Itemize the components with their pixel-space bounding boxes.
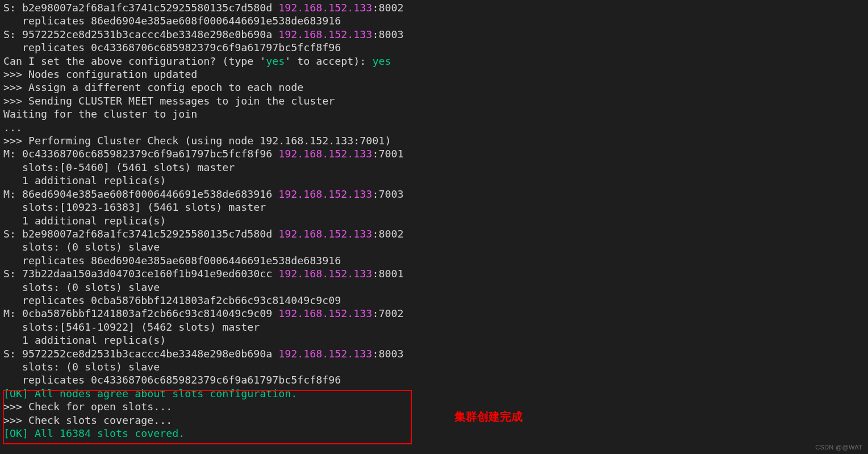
annotation-label: 集群创建完成 bbox=[454, 409, 523, 424]
terminal-line: M: 86ed6904e385ae608f0006446691e538de683… bbox=[3, 188, 403, 200]
terminal-segment: M: 86ed6904e385ae608f0006446691e538de683… bbox=[3, 188, 278, 200]
terminal-line: S: 9572252ce8d2531b3caccc4be3348e298e0b6… bbox=[3, 28, 403, 40]
terminal-line: S: b2e98007a2f68a1fc3741c52925580135c7d5… bbox=[3, 2, 403, 14]
terminal-line: S: 9572252ce8d2531b3caccc4be3348e298e0b6… bbox=[3, 348, 403, 360]
terminal-line: >>> Nodes configuration updated bbox=[3, 68, 197, 80]
terminal-line: [OK] All 16384 slots covered. bbox=[3, 427, 185, 439]
terminal-segment: :8002 bbox=[372, 228, 403, 240]
terminal-line: replicates 0cba5876bbf1241803af2cb66c93c… bbox=[3, 294, 341, 306]
terminal-line: >>> Check for open slots... bbox=[3, 401, 172, 413]
terminal-segment: :7003 bbox=[372, 188, 403, 200]
terminal-segment: ... bbox=[3, 122, 22, 134]
terminal-line: slots: (0 slots) slave bbox=[3, 281, 160, 293]
terminal-segment: S: 9572252ce8d2531b3caccc4be3348e298e0b6… bbox=[3, 28, 278, 40]
terminal-line: Can I set the above configuration? (type… bbox=[3, 55, 391, 67]
terminal-line: S: 73b22daa150a3d04703ce160f1b941e9ed603… bbox=[3, 268, 403, 280]
terminal-segment: slots:[10923-16383] (5461 slots) master bbox=[3, 201, 266, 213]
terminal-segment: [OK] All nodes agree about slots configu… bbox=[3, 388, 297, 399]
terminal-line: 1 additional replica(s) bbox=[3, 215, 166, 227]
terminal-line: S: b2e98007a2f68a1fc3741c52925580135c7d5… bbox=[3, 228, 403, 240]
terminal-line: >>> Check slots coverage... bbox=[3, 414, 172, 426]
terminal-segment: >>> Check slots coverage... bbox=[3, 414, 172, 426]
terminal-segment: 192.168.152.133 bbox=[278, 148, 372, 160]
terminal-segment: :8003 bbox=[372, 28, 403, 40]
terminal-line: 1 additional replica(s) bbox=[3, 174, 166, 186]
terminal-segment: replicates 86ed6904e385ae608f0006446691e… bbox=[3, 15, 341, 27]
terminal-segment: 192.168.152.133 bbox=[278, 307, 372, 319]
terminal-segment: slots:[0-5460] (5461 slots) master bbox=[3, 161, 235, 173]
terminal-segment: >>> Performing Cluster Check (using node… bbox=[3, 135, 391, 147]
terminal-line: slots:[5461-10922] (5462 slots) master bbox=[3, 321, 260, 333]
terminal-line: slots: (0 slots) slave bbox=[3, 361, 160, 373]
terminal-segment: 1 additional replica(s) bbox=[3, 215, 166, 227]
terminal-segment: slots: (0 slots) slave bbox=[3, 241, 160, 253]
terminal-line: replicates 86ed6904e385ae608f0006446691e… bbox=[3, 15, 341, 27]
watermark-text: CSDN @@WAT bbox=[815, 444, 862, 451]
terminal-line: 1 additional replica(s) bbox=[3, 334, 166, 346]
terminal-segment: :7001 bbox=[372, 148, 403, 160]
terminal-line: [OK] All nodes agree about slots configu… bbox=[3, 388, 297, 399]
terminal-segment: >>> Check for open slots... bbox=[3, 401, 172, 413]
terminal-line: M: 0cba5876bbf1241803af2cb66c93c814049c9… bbox=[3, 307, 403, 319]
terminal-line: replicates 86ed6904e385ae608f0006446691e… bbox=[3, 255, 341, 266]
terminal-line: slots: (0 slots) slave bbox=[3, 241, 160, 253]
terminal-segment: 192.168.152.133 bbox=[278, 188, 372, 200]
terminal-segment: replicates 0cba5876bbf1241803af2cb66c93c… bbox=[3, 294, 341, 306]
terminal-segment: 192.168.152.133 bbox=[278, 268, 372, 280]
terminal-line: >>> Assign a different config epoch to e… bbox=[3, 81, 303, 93]
terminal-segment: >>> Sending CLUSTER MEET messages to joi… bbox=[3, 95, 335, 107]
terminal-segment: replicates 0c43368706c685982379c6f9a6179… bbox=[3, 374, 341, 386]
terminal-segment: 192.168.152.133 bbox=[278, 28, 372, 40]
terminal-segment: M: 0c43368706c685982379c6f9a61797bc5fcf8… bbox=[3, 148, 278, 160]
terminal-segment: replicates 86ed6904e385ae608f0006446691e… bbox=[3, 255, 341, 266]
terminal-line: replicates 0c43368706c685982379c6f9a6179… bbox=[3, 374, 341, 386]
terminal-segment: slots: (0 slots) slave bbox=[3, 361, 160, 373]
terminal-segment: S: 9572252ce8d2531b3caccc4be3348e298e0b6… bbox=[3, 348, 278, 360]
terminal-segment: 1 additional replica(s) bbox=[3, 174, 166, 186]
terminal-line: slots:[10923-16383] (5461 slots) master bbox=[3, 201, 266, 213]
terminal-segment: S: b2e98007a2f68a1fc3741c52925580135c7d5… bbox=[3, 2, 278, 14]
terminal-segment: S: b2e98007a2f68a1fc3741c52925580135c7d5… bbox=[3, 228, 278, 240]
terminal-segment: M: 0cba5876bbf1241803af2cb66c93c814049c9… bbox=[3, 307, 278, 319]
terminal-output: S: b2e98007a2f68a1fc3741c52925580135c7d5… bbox=[0, 0, 868, 440]
terminal-segment: [OK] All 16384 slots covered. bbox=[3, 427, 185, 439]
terminal-segment: slots:[5461-10922] (5462 slots) master bbox=[3, 321, 260, 333]
terminal-segment: replicates 0c43368706c685982379c6f9a6179… bbox=[3, 41, 341, 53]
terminal-segment: slots: (0 slots) slave bbox=[3, 281, 160, 293]
terminal-line: ... bbox=[3, 122, 22, 134]
terminal-segment: Waiting for the cluster to join bbox=[3, 108, 197, 120]
terminal-segment: 1 additional replica(s) bbox=[3, 334, 166, 346]
terminal-line: >>> Performing Cluster Check (using node… bbox=[3, 135, 391, 147]
terminal-segment: yes bbox=[372, 55, 391, 67]
terminal-segment: :8002 bbox=[372, 2, 403, 14]
terminal-segment: >>> Nodes configuration updated bbox=[3, 68, 197, 80]
terminal-segment: 192.168.152.133 bbox=[278, 348, 372, 360]
terminal-line: replicates 0c43368706c685982379c6f9a6179… bbox=[3, 41, 341, 53]
terminal-line: Waiting for the cluster to join bbox=[3, 108, 197, 120]
terminal-line: >>> Sending CLUSTER MEET messages to joi… bbox=[3, 95, 335, 107]
terminal-segment: >>> Assign a different config epoch to e… bbox=[3, 81, 303, 93]
terminal-line: slots:[0-5460] (5461 slots) master bbox=[3, 161, 235, 173]
terminal-segment: 192.168.152.133 bbox=[278, 228, 372, 240]
terminal-segment: S: 73b22daa150a3d04703ce160f1b941e9ed603… bbox=[3, 268, 278, 280]
terminal-segment: yes bbox=[266, 55, 285, 67]
terminal-segment: ' to accept): bbox=[285, 55, 372, 67]
terminal-line: M: 0c43368706c685982379c6f9a61797bc5fcf8… bbox=[3, 148, 403, 160]
terminal-segment: :8003 bbox=[372, 348, 403, 360]
terminal-segment: 192.168.152.133 bbox=[278, 2, 372, 14]
terminal-segment: :7002 bbox=[372, 307, 403, 319]
terminal-segment: :8001 bbox=[372, 268, 403, 280]
terminal-segment: Can I set the above configuration? (type… bbox=[3, 55, 266, 67]
